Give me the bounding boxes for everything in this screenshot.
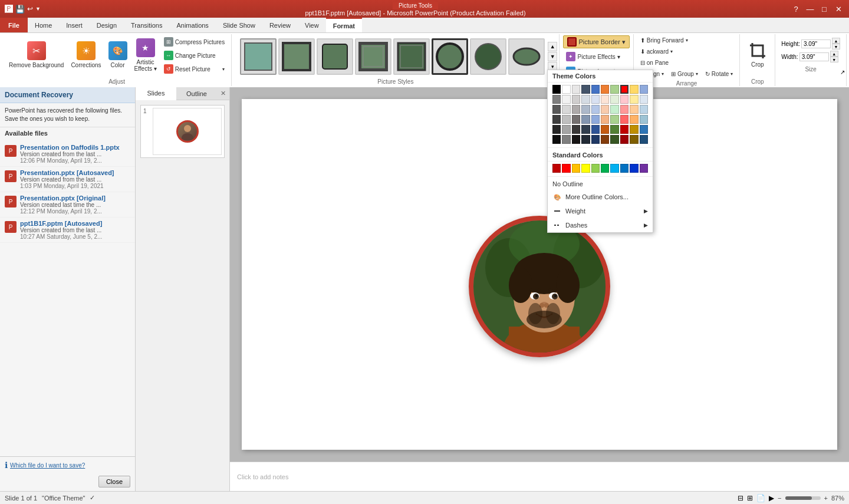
tab-slides[interactable]: Slides [136,87,176,100]
rotate-button[interactable]: ↻ Rotate ▾ [702,69,736,79]
change-picture-button[interactable]: ↔ Change Picture [161,49,228,62]
theme-swatch-0-3[interactable] [581,85,590,94]
theme-swatch-5-4[interactable] [591,135,600,144]
doc-item-2[interactable]: P Presentation.pptx [Autosaved] Version … [0,167,135,192]
theme-swatch-1-1[interactable] [562,95,570,104]
theme-swatch-0-8[interactable] [630,85,638,94]
zoom-slider[interactable] [785,496,821,500]
selection-pane-button[interactable]: ⊟ on Pane [637,58,672,68]
tab-design[interactable]: Design [90,18,124,32]
pic-style-7[interactable] [470,38,506,75]
theme-swatch-3-4[interactable] [591,115,600,124]
quick-access-save[interactable]: 💾 [15,5,25,14]
theme-swatch-0-7[interactable] [620,85,628,94]
height-down[interactable]: ▼ [832,44,840,50]
theme-swatch-3-9[interactable] [640,115,648,124]
height-input[interactable] [801,39,831,48]
theme-swatch-4-6[interactable] [610,125,618,134]
size-expand-icon[interactable]: ↗ [840,69,845,75]
zoom-out-icon[interactable]: − [778,495,781,502]
width-up[interactable]: ▲ [830,51,838,57]
normal-view-btn[interactable]: ⊟ [738,494,743,502]
reset-picture-button[interactable]: ↺ Reset Picture ▾ [161,62,228,75]
theme-swatch-2-0[interactable] [552,105,561,114]
theme-swatch-1-6[interactable] [610,95,618,104]
std-swatch-3[interactable] [581,164,590,173]
theme-swatch-3-3[interactable] [581,115,590,124]
tab-animations[interactable]: Animations [169,18,215,32]
theme-swatch-2-5[interactable] [601,105,609,114]
pic-style-scroll-up[interactable]: ▲ [548,42,557,51]
theme-swatch-5-1[interactable] [562,135,570,144]
theme-swatch-1-4[interactable] [591,95,600,104]
maximize-button[interactable]: □ [818,3,830,15]
theme-swatch-2-9[interactable] [640,105,648,114]
theme-swatch-4-4[interactable] [591,125,600,134]
weight-item[interactable]: Weight ▶ [548,204,653,218]
theme-swatch-1-9[interactable] [640,95,648,104]
theme-swatch-1-5[interactable] [601,95,609,104]
theme-swatch-2-3[interactable] [581,105,590,114]
artistic-effects-button[interactable]: ★ ArtisticEffects ▾ [131,35,160,74]
theme-swatch-3-8[interactable] [630,115,638,124]
std-swatch-5[interactable] [601,164,609,173]
theme-swatch-0-1[interactable] [562,85,570,94]
minimize-button[interactable]: — [804,3,816,15]
std-swatch-6[interactable] [610,164,618,173]
std-swatch-1[interactable] [562,164,570,173]
std-swatch-8[interactable] [630,164,638,173]
theme-swatch-4-2[interactable] [572,125,580,134]
theme-swatch-2-7[interactable] [620,105,628,114]
theme-swatch-3-2[interactable] [572,115,580,124]
pic-style-2[interactable] [278,38,315,75]
crop-button[interactable]: Crop [745,35,770,74]
close-button[interactable]: ✕ [832,3,844,15]
quick-access-dropdown[interactable]: ▼ [35,6,41,12]
accessibility-check-icon[interactable]: ✓ [90,494,95,502]
theme-swatch-0-6[interactable] [610,85,618,94]
theme-swatch-5-5[interactable] [601,135,609,144]
theme-swatch-0-0[interactable] [552,85,561,94]
tab-transitions[interactable]: Transitions [124,18,169,32]
pic-style-8[interactable] [508,38,545,75]
close-button-recovery[interactable]: Close [98,476,130,487]
doc-item-1[interactable]: P Presentation on Daffodils 1.pptx Versi… [0,141,135,167]
theme-swatch-1-0[interactable] [552,95,561,104]
save-link[interactable]: Which file do I want to save? [10,462,85,469]
theme-swatch-1-7[interactable] [620,95,628,104]
slides-panel-close[interactable]: ✕ [217,87,229,100]
doc-item-3[interactable]: P Presentation.pptx [Original] Version c… [0,192,135,218]
std-swatch-9[interactable] [640,164,648,173]
pic-style-5[interactable] [393,38,430,75]
theme-swatch-5-0[interactable] [552,135,561,144]
notes-area[interactable]: Click to add notes [230,462,849,491]
tab-slideshow[interactable]: Slide Show [216,18,262,32]
theme-swatch-3-7[interactable] [620,115,628,124]
std-swatch-7[interactable] [620,164,628,173]
corrections-button[interactable]: ☀ Corrections [68,35,104,74]
theme-swatch-2-2[interactable] [572,105,580,114]
std-swatch-4[interactable] [591,164,600,173]
theme-swatch-4-5[interactable] [601,125,609,134]
theme-swatch-5-6[interactable] [610,135,618,144]
tab-outline[interactable]: Outline [176,87,217,100]
theme-swatch-1-2[interactable] [572,95,580,104]
dashes-item[interactable]: Dashes ▶ [548,218,653,232]
color-button[interactable]: 🎨 Color [106,35,130,74]
slide-sorter-btn[interactable]: ⊞ [747,494,753,502]
pic-style-1[interactable] [240,38,277,75]
slide-canvas[interactable] [242,99,837,450]
width-down[interactable]: ▼ [830,57,838,62]
width-input[interactable] [799,52,829,61]
theme-swatch-1-8[interactable] [630,95,638,104]
theme-swatch-4-0[interactable] [552,125,561,134]
theme-swatch-5-3[interactable] [581,135,590,144]
theme-swatch-5-8[interactable] [630,135,638,144]
height-up[interactable]: ▲ [832,38,840,44]
theme-swatch-5-2[interactable] [572,135,580,144]
help-button[interactable]: ? [790,3,802,15]
reading-view-btn[interactable]: 📄 [756,494,765,502]
tab-file[interactable]: File [0,18,28,32]
doc-item-4[interactable]: P ppt1B1F.pptm [Autosaved] Version creat… [0,218,135,243]
theme-swatch-3-1[interactable] [562,115,570,124]
